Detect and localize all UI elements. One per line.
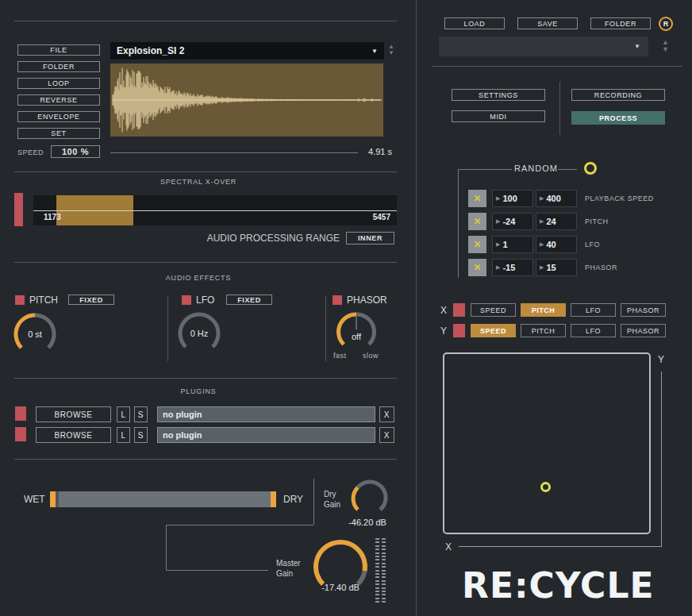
plugin2-link-button[interactable]: L [117, 427, 130, 443]
plugin1-link-button[interactable]: L [117, 406, 130, 422]
duration-label: 4.91 s [349, 147, 392, 156]
x-assign-pitch-button[interactable]: PITCH [521, 303, 566, 317]
sample-select[interactable]: Explosion_SI 2 ▼ [110, 42, 384, 60]
triangle-right-icon: ▶ [496, 264, 500, 271]
envelope-button[interactable]: ENVELOPE [17, 111, 100, 122]
random-pitch-max-field[interactable]: ▶ 24 [536, 213, 577, 230]
xy-pad[interactable] [443, 352, 651, 534]
process-button[interactable]: PROCESS [571, 111, 665, 125]
speed-value-field[interactable]: 100 % [51, 145, 100, 158]
recording-button[interactable]: RECORDING [571, 89, 665, 101]
random-phasor-min-field[interactable]: ▶ -15 [492, 259, 533, 276]
plugin1-name-field[interactable]: no plugin [157, 406, 375, 422]
set-button[interactable]: SET [17, 128, 100, 139]
phasor-min-label: fast [333, 352, 347, 360]
random-lfo-toggle[interactable]: ✕ [468, 236, 486, 253]
sample-stepper[interactable]: ▲ ▼ [388, 44, 394, 56]
random-pitch-min-field[interactable]: ▶ -24 [492, 213, 533, 230]
spectral-xover-slider[interactable]: 1173 5457 [33, 195, 397, 225]
lfo-mode-button[interactable]: FIXED [226, 295, 272, 305]
random-lfo-max-field[interactable]: ▶ 40 [536, 236, 577, 253]
app-logo: RE:CYCLE [462, 565, 655, 606]
y-axis-row-label: Y [440, 325, 447, 337]
pad-x-axis-label: X [445, 541, 452, 552]
loop-button[interactable]: LOOP [17, 78, 100, 89]
effects-section-title: AUDIO EFFECTS [0, 274, 397, 282]
wet-dry-handle-left[interactable] [50, 491, 56, 507]
stepper-down-icon[interactable]: ▼ [662, 46, 669, 53]
connector [166, 570, 268, 571]
wet-dry-gap [56, 491, 59, 507]
x-assign-speed-button[interactable]: SPEED [471, 303, 516, 317]
divider [14, 171, 397, 172]
y-assign-pitch-button[interactable]: PITCH [521, 324, 566, 337]
preset-select[interactable]: ▼ [439, 37, 648, 56]
plugin1-browse-button[interactable]: BROWSE [36, 406, 111, 422]
plugin1-remove-button[interactable]: X [379, 406, 394, 422]
random-phasor-max-field[interactable]: ▶ 15 [536, 259, 577, 276]
divider [167, 296, 168, 361]
y-assign-speed-button[interactable]: SPEED [471, 324, 516, 337]
random-lfo-min-field[interactable]: ▶ 1 [492, 236, 533, 253]
lfo-enable-indicator[interactable] [182, 295, 191, 305]
dry-gain-knob[interactable] [349, 479, 389, 518]
settings-button[interactable]: SETTINGS [452, 89, 545, 101]
plugin2-browse-button[interactable]: BROWSE [36, 427, 111, 443]
stepper-down-icon[interactable]: ▼ [388, 50, 394, 56]
plugin2-solo-button[interactable]: S [134, 427, 148, 443]
divider [559, 82, 560, 135]
xy-pad-puck[interactable] [540, 482, 551, 492]
random-phasor-toggle[interactable]: ✕ [468, 259, 486, 276]
waveform-display[interactable] [110, 64, 383, 137]
lfo-knob[interactable]: 0 Hz [176, 310, 222, 356]
y-axis-enable-indicator[interactable] [453, 324, 465, 337]
processing-range-mode-button[interactable]: INNER [346, 232, 394, 244]
midi-button[interactable]: MIDI [452, 110, 545, 122]
y-assign-lfo-button[interactable]: LFO [571, 324, 616, 337]
y-assign-phasor-button[interactable]: PHASOR [621, 324, 666, 337]
folder-button[interactable]: FOLDER [17, 61, 100, 72]
random-speed-max-field[interactable]: ▶ 400 [536, 190, 577, 207]
load-button[interactable]: LOAD [444, 17, 505, 29]
waveform-icon [110, 64, 383, 137]
connector [166, 525, 167, 570]
random-phasor-label: PHASOR [585, 264, 617, 271]
triangle-right-icon: ▶ [496, 241, 500, 248]
master-gain-label: Master Gain [276, 558, 301, 579]
wet-dry-handle-right[interactable] [271, 491, 276, 507]
folder-preset-button[interactable]: FOLDER [590, 17, 651, 29]
random-speed-min-value: 100 [502, 194, 517, 203]
randomize-badge[interactable]: R [659, 17, 673, 31]
plugin1-solo-button[interactable]: S [134, 406, 148, 422]
random-pitch-toggle[interactable]: ✕ [468, 213, 486, 230]
x-assign-lfo-button[interactable]: LFO [571, 303, 616, 317]
triangle-right-icon: ▶ [540, 241, 544, 248]
spectral-enable-indicator[interactable] [14, 193, 23, 226]
pitch-enable-indicator[interactable] [15, 295, 25, 305]
save-button[interactable]: SAVE [517, 17, 578, 29]
random-trigger-button[interactable] [584, 162, 597, 175]
plugin1-enable-indicator[interactable] [15, 406, 26, 421]
pad-x-axis-line [459, 546, 662, 547]
reverse-button[interactable]: REVERSE [17, 94, 100, 106]
pitch-knob[interactable]: 0 st [12, 311, 58, 357]
phasor-enable-indicator[interactable] [333, 295, 342, 305]
plugin2-enable-indicator[interactable] [15, 427, 26, 441]
random-speed-min-field[interactable]: ▶ 100 [492, 190, 533, 207]
plugin2-remove-button[interactable]: X [379, 427, 394, 443]
pitch-mode-button[interactable]: FIXED [68, 295, 114, 305]
file-button[interactable]: FILE [17, 44, 100, 56]
pad-y-axis-label: Y [658, 354, 664, 365]
plugin-window: FILE FOLDER LOOP REVERSE ENVELOPE SET SP… [0, 0, 692, 616]
plugin2-name-field[interactable]: no plugin [157, 427, 375, 443]
phasor-knob[interactable]: off [335, 310, 378, 353]
preset-stepper[interactable]: ▲ ▼ [662, 39, 669, 53]
wet-dry-slider[interactable] [50, 491, 276, 507]
triangle-right-icon: ▶ [540, 218, 544, 225]
triangle-right-icon: ▶ [496, 195, 500, 202]
x-assign-phasor-button[interactable]: PHASOR [621, 303, 666, 317]
random-speed-toggle[interactable]: ✕ [468, 190, 486, 207]
random-lfo-label: LFO [585, 241, 600, 248]
phasor-value: off [335, 332, 378, 341]
x-axis-enable-indicator[interactable] [453, 303, 465, 317]
